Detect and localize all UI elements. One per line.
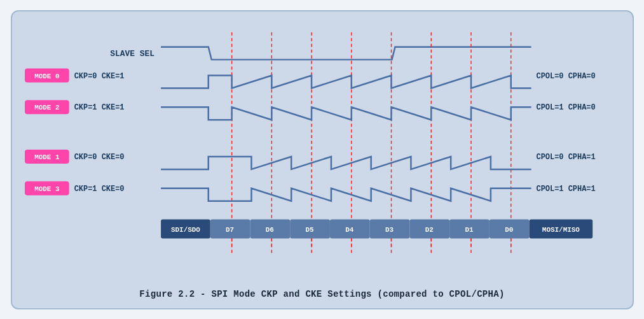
d7-label: D7: [226, 226, 234, 234]
d6-label: D6: [265, 226, 273, 234]
figure-caption: Figure 2.2 - SPI Mode CKP and CKE Settin…: [25, 283, 620, 299]
mode3-cpol-cpha: CPOL=1 CPHA=1: [536, 184, 595, 193]
d5-label: D5: [305, 226, 313, 234]
diagram-area: SLAVE SEL MODE 0 CKP=0 CKE=1: [25, 23, 620, 283]
d2-label: D2: [425, 226, 433, 234]
d3-label: D3: [385, 226, 394, 234]
mode2-waveform: [161, 107, 531, 120]
slave-sel-waveform: [161, 46, 531, 59]
mode0-waveform: [161, 75, 531, 88]
mode2-cpol-cpha: CPOL=1 CPHA=0: [536, 103, 595, 112]
mode0-label: MODE 0: [34, 72, 59, 80]
mosi-miso-label: MOSI/MISO: [542, 226, 580, 234]
mode0-cpol-cpha: CPOL=0 CPHA=0: [536, 71, 595, 80]
svg-rect-0: [158, 29, 531, 276]
mode1-label: MODE 1: [34, 153, 60, 160]
d4-label: D4: [345, 226, 354, 234]
diagram-svg: SLAVE SEL MODE 0 CKP=0 CKE=1: [25, 23, 620, 283]
mode1-cpol-cpha: CPOL=0 CPHA=1: [536, 152, 595, 161]
mode1-ckp-cke: CKP=0 CKE=0: [74, 152, 124, 161]
mode3-ckp-cke: CKP=1 CKE=0: [74, 184, 124, 193]
mode0-ckp-cke: CKP=0 CKE=1: [74, 71, 124, 80]
d0-label: D0: [505, 226, 513, 234]
sdi-sdo-label: SDI/SDO: [170, 226, 200, 234]
mode2-ckp-cke: CKP=1 CKE=1: [74, 103, 124, 112]
slave-sel-label: SLAVE SEL: [110, 48, 154, 58]
mode3-waveform: [161, 188, 531, 201]
mode3-label: MODE 3: [34, 185, 60, 192]
d1-label: D1: [465, 226, 474, 234]
mode1-waveform: [161, 156, 531, 169]
mode2-label: MODE 2: [34, 104, 59, 111]
main-container: SLAVE SEL MODE 0 CKP=0 CKE=1: [11, 10, 634, 309]
